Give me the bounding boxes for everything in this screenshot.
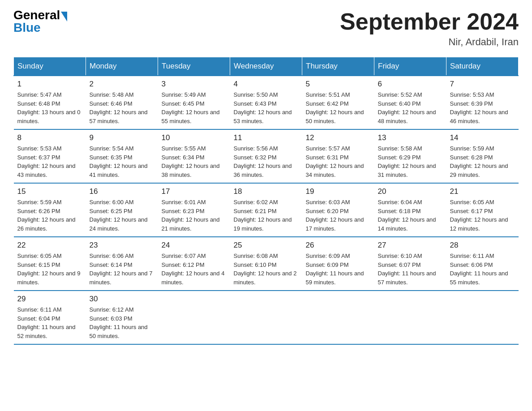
calendar-cell: 21Sunrise: 6:05 AMSunset: 6:17 PMDayligh… <box>446 183 519 237</box>
calendar-cell: 13Sunrise: 5:58 AMSunset: 6:29 PMDayligh… <box>374 129 446 183</box>
logo-blue-text: Blue <box>13 21 67 34</box>
calendar-cell: 12Sunrise: 5:57 AMSunset: 6:31 PMDayligh… <box>302 129 374 183</box>
day-number: 27 <box>378 241 443 250</box>
day-number: 23 <box>90 241 154 250</box>
weekday-header-friday: Friday <box>374 57 446 76</box>
day-number: 24 <box>162 241 227 250</box>
day-number: 15 <box>17 187 82 196</box>
day-number: 18 <box>234 187 299 196</box>
calendar-cell <box>158 291 230 344</box>
calendar-cell: 7Sunrise: 5:53 AMSunset: 6:39 PMDaylight… <box>446 76 519 129</box>
calendar-week-row: 15Sunrise: 5:59 AMSunset: 6:26 PMDayligh… <box>14 183 519 237</box>
day-info: Sunrise: 6:07 AMSunset: 6:12 PMDaylight:… <box>162 252 227 287</box>
calendar-cell: 25Sunrise: 6:08 AMSunset: 6:10 PMDayligh… <box>230 237 302 291</box>
day-number: 13 <box>378 133 443 142</box>
day-number: 10 <box>162 133 227 142</box>
calendar-cell: 1Sunrise: 5:47 AMSunset: 6:48 PMDaylight… <box>14 76 86 129</box>
day-info: Sunrise: 6:03 AMSunset: 6:20 PMDaylight:… <box>306 198 371 233</box>
day-number: 28 <box>450 241 515 250</box>
day-info: Sunrise: 6:10 AMSunset: 6:07 PMDaylight:… <box>378 252 443 287</box>
calendar-cell: 26Sunrise: 6:09 AMSunset: 6:09 PMDayligh… <box>302 237 374 291</box>
day-number: 30 <box>90 295 154 304</box>
day-info: Sunrise: 5:47 AMSunset: 6:48 PMDaylight:… <box>17 90 82 125</box>
calendar-cell: 9Sunrise: 5:54 AMSunset: 6:35 PMDaylight… <box>86 129 158 183</box>
day-number: 12 <box>306 133 371 142</box>
day-info: Sunrise: 6:11 AMSunset: 6:06 PMDaylight:… <box>450 252 515 287</box>
calendar-cell: 28Sunrise: 6:11 AMSunset: 6:06 PMDayligh… <box>446 237 519 291</box>
calendar-cell: 30Sunrise: 6:12 AMSunset: 6:03 PMDayligh… <box>86 291 158 344</box>
day-info: Sunrise: 6:06 AMSunset: 6:14 PMDaylight:… <box>90 252 154 287</box>
day-info: Sunrise: 5:51 AMSunset: 6:42 PMDaylight:… <box>306 90 371 125</box>
calendar-cell <box>302 291 374 344</box>
day-info: Sunrise: 5:53 AMSunset: 6:37 PMDaylight:… <box>17 144 82 179</box>
calendar-week-row: 22Sunrise: 6:05 AMSunset: 6:15 PMDayligh… <box>14 237 519 291</box>
day-info: Sunrise: 6:00 AMSunset: 6:25 PMDaylight:… <box>90 198 154 233</box>
day-info: Sunrise: 5:49 AMSunset: 6:45 PMDaylight:… <box>162 90 227 125</box>
day-info: Sunrise: 6:11 AMSunset: 6:04 PMDaylight:… <box>17 305 82 340</box>
day-info: Sunrise: 6:12 AMSunset: 6:03 PMDaylight:… <box>90 305 154 340</box>
calendar-cell: 2Sunrise: 5:48 AMSunset: 6:46 PMDaylight… <box>86 76 158 129</box>
day-number: 29 <box>17 295 82 304</box>
day-info: Sunrise: 6:01 AMSunset: 6:23 PMDaylight:… <box>162 198 227 233</box>
calendar-cell <box>446 291 519 344</box>
logo-triangle-icon <box>61 12 67 21</box>
calendar-cell <box>230 291 302 344</box>
day-number: 3 <box>162 80 227 89</box>
calendar-cell: 27Sunrise: 6:10 AMSunset: 6:07 PMDayligh… <box>374 237 446 291</box>
calendar-cell: 10Sunrise: 5:55 AMSunset: 6:34 PMDayligh… <box>158 129 230 183</box>
day-number: 8 <box>17 133 82 142</box>
calendar-cell: 17Sunrise: 6:01 AMSunset: 6:23 PMDayligh… <box>158 183 230 237</box>
calendar-cell: 5Sunrise: 5:51 AMSunset: 6:42 PMDaylight… <box>302 76 374 129</box>
day-info: Sunrise: 5:59 AMSunset: 6:28 PMDaylight:… <box>450 144 515 179</box>
day-number: 17 <box>162 187 227 196</box>
calendar-header-row: SundayMondayTuesdayWednesdayThursdayFrid… <box>14 57 519 76</box>
calendar-table: SundayMondayTuesdayWednesdayThursdayFrid… <box>13 57 519 345</box>
weekday-header-wednesday: Wednesday <box>230 57 302 76</box>
day-number: 16 <box>90 187 154 196</box>
calendar-cell: 11Sunrise: 5:56 AMSunset: 6:32 PMDayligh… <box>230 129 302 183</box>
month-title: September 2024 <box>340 9 519 34</box>
calendar-cell: 22Sunrise: 6:05 AMSunset: 6:15 PMDayligh… <box>14 237 86 291</box>
calendar-cell: 18Sunrise: 6:02 AMSunset: 6:21 PMDayligh… <box>230 183 302 237</box>
calendar-cell: 8Sunrise: 5:53 AMSunset: 6:37 PMDaylight… <box>14 129 86 183</box>
day-info: Sunrise: 5:54 AMSunset: 6:35 PMDaylight:… <box>90 144 154 179</box>
calendar-cell: 6Sunrise: 5:52 AMSunset: 6:40 PMDaylight… <box>374 76 446 129</box>
location-subtitle: Nir, Ardabil, Iran <box>340 36 519 48</box>
page-header: General Blue September 2024 Nir, Ardabil… <box>13 9 519 48</box>
weekday-header-thursday: Thursday <box>302 57 374 76</box>
weekday-header-tuesday: Tuesday <box>158 57 230 76</box>
logo-general-text: General <box>13 9 60 21</box>
day-number: 4 <box>234 80 299 89</box>
day-number: 7 <box>450 80 515 89</box>
day-info: Sunrise: 5:50 AMSunset: 6:43 PMDaylight:… <box>234 90 299 125</box>
calendar-cell: 24Sunrise: 6:07 AMSunset: 6:12 PMDayligh… <box>158 237 230 291</box>
day-number: 21 <box>450 187 515 196</box>
calendar-week-row: 1Sunrise: 5:47 AMSunset: 6:48 PMDaylight… <box>14 76 519 129</box>
day-info: Sunrise: 5:52 AMSunset: 6:40 PMDaylight:… <box>378 90 443 125</box>
day-info: Sunrise: 5:57 AMSunset: 6:31 PMDaylight:… <box>306 144 371 179</box>
calendar-week-row: 8Sunrise: 5:53 AMSunset: 6:37 PMDaylight… <box>14 129 519 183</box>
calendar-cell: 3Sunrise: 5:49 AMSunset: 6:45 PMDaylight… <box>158 76 230 129</box>
day-info: Sunrise: 6:09 AMSunset: 6:09 PMDaylight:… <box>306 252 371 287</box>
day-number: 20 <box>378 187 443 196</box>
calendar-cell: 15Sunrise: 5:59 AMSunset: 6:26 PMDayligh… <box>14 183 86 237</box>
day-info: Sunrise: 6:08 AMSunset: 6:10 PMDaylight:… <box>234 252 299 287</box>
day-number: 14 <box>450 133 515 142</box>
day-info: Sunrise: 5:48 AMSunset: 6:46 PMDaylight:… <box>90 90 154 125</box>
calendar-cell: 14Sunrise: 5:59 AMSunset: 6:28 PMDayligh… <box>446 129 519 183</box>
day-info: Sunrise: 6:05 AMSunset: 6:15 PMDaylight:… <box>17 252 82 287</box>
day-number: 26 <box>306 241 371 250</box>
day-number: 1 <box>17 80 82 89</box>
day-number: 25 <box>234 241 299 250</box>
day-number: 9 <box>90 133 154 142</box>
day-number: 11 <box>234 133 299 142</box>
day-info: Sunrise: 6:02 AMSunset: 6:21 PMDaylight:… <box>234 198 299 233</box>
day-number: 2 <box>90 80 154 89</box>
calendar-cell: 4Sunrise: 5:50 AMSunset: 6:43 PMDaylight… <box>230 76 302 129</box>
calendar-cell: 16Sunrise: 6:00 AMSunset: 6:25 PMDayligh… <box>86 183 158 237</box>
day-number: 22 <box>17 241 82 250</box>
calendar-cell: 19Sunrise: 6:03 AMSunset: 6:20 PMDayligh… <box>302 183 374 237</box>
calendar-cell <box>374 291 446 344</box>
title-area: September 2024 Nir, Ardabil, Iran <box>340 9 519 48</box>
day-number: 6 <box>378 80 443 89</box>
